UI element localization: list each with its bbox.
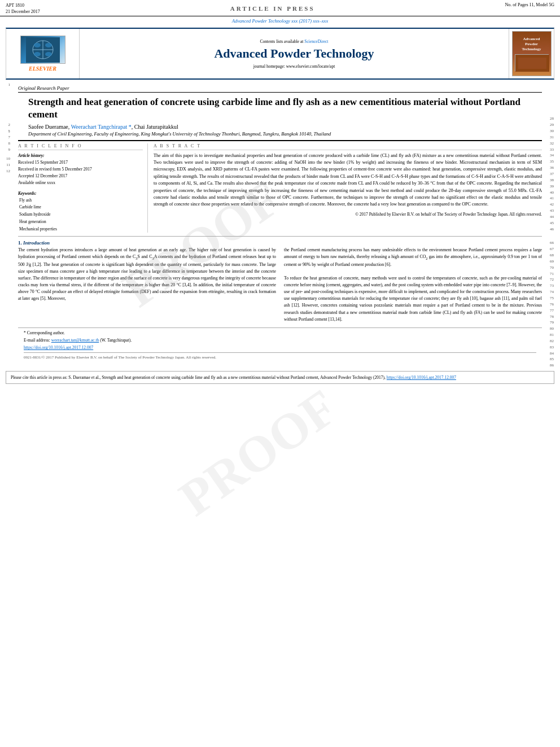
affiliation: Department of Civil Engineering, Faculty… bbox=[28, 131, 542, 137]
left-line-numbers: 1 2 § 7 8 9 10 11 12 bbox=[2, 82, 12, 369]
article-history: Article history: Received 15 September 2… bbox=[18, 152, 143, 186]
svg-point-4 bbox=[34, 43, 41, 47]
doi-line: https://doi.org/10.1016/j.apt.2017.12.00… bbox=[24, 344, 536, 351]
top-bar-left: APT 1810 21 December 2017 bbox=[6, 2, 40, 15]
page-model: No. of Pages 11, Model 5G bbox=[505, 2, 554, 7]
page-footer: * Corresponding author. E-mail address: … bbox=[18, 327, 542, 362]
citation-box: Please cite this article in press as: S.… bbox=[6, 371, 554, 384]
date: 21 December 2017 bbox=[6, 8, 40, 15]
citation-doi-link[interactable]: https://doi.org/10.1016/j.apt.2017.12.00… bbox=[387, 375, 456, 380]
article-type: Original Research Paper bbox=[18, 85, 542, 93]
keywords-list: Fly ash Carbide lime Sodium hydroxide He… bbox=[18, 197, 143, 233]
elsevier-logo-img bbox=[20, 36, 65, 64]
elsevier-text: ELSEVIER bbox=[20, 65, 65, 72]
keyword-3: Sodium hydroxide bbox=[19, 211, 143, 219]
keyword-5: Mechanical properties bbox=[19, 226, 143, 233]
keyword-1: Fly ash bbox=[19, 197, 143, 204]
intro-col-2: the Portland cement manufacturing proces… bbox=[284, 247, 542, 322]
article-in-press-label: ARTICLE IN PRESS bbox=[230, 5, 315, 12]
journal-header: ELSEVIER Contents lists available at Sci… bbox=[6, 28, 554, 80]
article-info-section: A R T I C L E I N F O Article history: R… bbox=[18, 143, 148, 233]
abstract-header: A B S T R A C T bbox=[154, 143, 542, 150]
journal-badge-text: AdvancedPowderTechnology bbox=[522, 37, 541, 52]
svg-rect-9 bbox=[518, 58, 546, 69]
keyword-4: Heat generation bbox=[19, 219, 143, 226]
authors: Saofee Dueramae, Weerachart Tangchirapat… bbox=[28, 124, 542, 130]
corresponding-author: Weerachart Tangchirapat * bbox=[71, 124, 132, 130]
thick-divider bbox=[18, 140, 542, 141]
sciencedirect-line: Contents lists available at ScienceDirec… bbox=[260, 39, 329, 44]
copyright-line: © 2017 Published by Elsevier B.V. on beh… bbox=[154, 212, 542, 217]
paper-title: Strength and heat generation of concrete… bbox=[28, 96, 542, 121]
journal-homepage: journal homepage: www.elsevier.com/locat… bbox=[253, 64, 335, 69]
corresponding-footnote: * Corresponding author. bbox=[24, 330, 536, 336]
intro-two-col: The cement hydration process introduces … bbox=[18, 247, 542, 322]
elsevier-logo: ELSEVIER bbox=[20, 36, 65, 72]
email-footnote: E-mail address: weerachart.tan@kmutt.ac.… bbox=[24, 337, 536, 343]
section-number-row: 1. Introduction bbox=[18, 240, 542, 246]
proof-watermark-2: PROOF bbox=[169, 378, 348, 527]
section-title: Introduction bbox=[23, 240, 50, 246]
right-line-numbers: 28 29 30 31 32 33 34 35 36 37 38 39 40 4… bbox=[548, 82, 558, 369]
top-bar: APT 1810 21 December 2017 ARTICLE IN PRE… bbox=[0, 0, 560, 16]
doi-link[interactable]: https://doi.org/10.1016/j.apt.2017.12.00… bbox=[24, 345, 93, 350]
keyword-2: Carbide lime bbox=[19, 204, 143, 211]
abstract-text: The aim of this paper is to investigate … bbox=[154, 152, 542, 208]
svg-point-7 bbox=[45, 52, 52, 56]
divider-1 bbox=[18, 236, 542, 237]
apt-number: APT 1810 bbox=[6, 2, 40, 8]
svg-point-6 bbox=[34, 52, 41, 56]
journal-subtitle: Advanced Powder Technology xxx (2017) xx… bbox=[0, 16, 560, 25]
article-info-header: A R T I C L E I N F O bbox=[18, 143, 143, 150]
abstract-section: A B S T R A C T The aim of this paper is… bbox=[154, 143, 542, 233]
journal-header-left: ELSEVIER bbox=[6, 29, 80, 78]
svg-point-5 bbox=[45, 43, 52, 47]
journal-title: Advanced Powder Technology bbox=[214, 46, 374, 61]
sciencedirect-link[interactable]: ScienceDirect bbox=[304, 39, 328, 44]
journal-header-right: AdvancedPowderTechnology bbox=[509, 29, 554, 78]
article-content: Original Research Paper Strength and hea… bbox=[12, 82, 548, 369]
intro-col-1: The cement hydration process introduces … bbox=[18, 247, 276, 322]
intro-text-col2: the Portland cement manufacturing proces… bbox=[284, 247, 542, 322]
email-link[interactable]: weerachart.tan@kmutt.ac.th bbox=[51, 338, 99, 343]
section-number: 1. bbox=[18, 240, 23, 246]
footer-bar: 0921-8831/© 2017 Published by Elsevier B… bbox=[24, 352, 536, 361]
intro-section: 1. Introduction The cement hydration pro… bbox=[18, 240, 542, 322]
journal-badge: AdvancedPowderTechnology bbox=[512, 31, 552, 76]
journal-header-center: Contents lists available at ScienceDirec… bbox=[80, 29, 509, 78]
keywords-section: Keywords: Fly ash Carbide lime Sodium hy… bbox=[18, 191, 143, 233]
article-info-abstract: A R T I C L E I N F O Article history: R… bbox=[18, 143, 542, 233]
intro-text-col1: The cement hydration process introduces … bbox=[18, 247, 276, 302]
